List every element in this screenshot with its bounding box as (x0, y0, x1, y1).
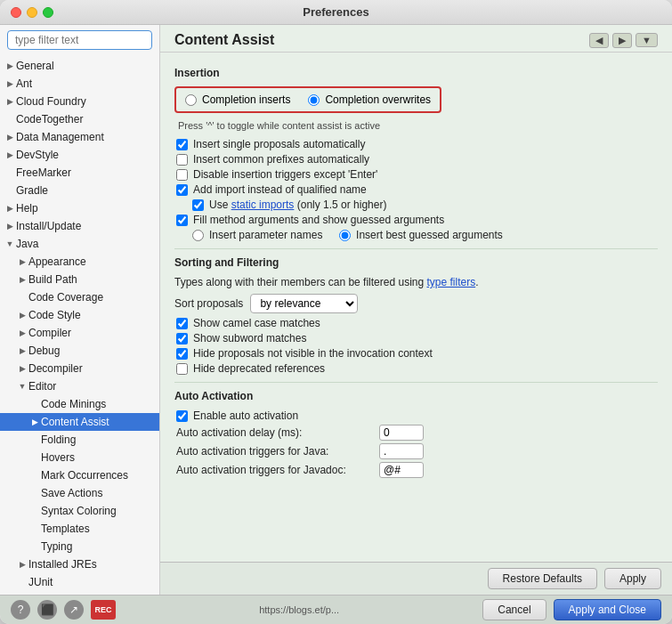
completion-overwrites-radio[interactable] (308, 94, 320, 106)
help-icon[interactable]: ? (11, 600, 30, 620)
hide-deprecated-label: Hide deprecated references (193, 362, 325, 375)
apply-close-button[interactable]: Apply and Close (554, 599, 661, 620)
toggle-hint: Press '^' to toggle while content assist… (174, 120, 658, 131)
checkbox-subword: Show subword matches (174, 332, 658, 344)
back-button[interactable]: ◀ (589, 33, 609, 48)
sidebar-item-editor[interactable]: ▼Editor (0, 377, 159, 395)
tree-arrow-code-style: ▶ (16, 307, 28, 323)
minimize-button[interactable] (27, 7, 37, 18)
sidebar-item-mark-occurrences[interactable]: Mark Occurrences (0, 466, 159, 484)
camel-case-checkbox[interactable] (176, 318, 188, 329)
insert-param-names-radio[interactable] (192, 230, 204, 241)
sidebar: ▶General▶Ant▶Cloud FoundryCodeTogether▶D… (0, 25, 160, 595)
hide-proposals-checkbox[interactable] (176, 348, 188, 360)
checkbox-single-proposals: Insert single proposals automatically (174, 138, 658, 150)
apply-button[interactable]: Apply (604, 568, 661, 589)
tree-label-devstyle: DevStyle (16, 147, 59, 163)
footer-right-buttons: Cancel Apply and Close (482, 599, 661, 620)
sidebar-item-ant[interactable]: ▶Ant (0, 75, 159, 93)
sidebar-item-freemarker[interactable]: FreeMarker (0, 164, 159, 182)
sidebar-item-syntax-coloring[interactable]: Syntax Coloring (0, 502, 159, 520)
sidebar-item-code-minings[interactable]: Code Minings (0, 395, 159, 413)
tree-arrow-decompiler: ▶ (16, 361, 28, 377)
enable-auto-checkbox[interactable] (176, 410, 188, 422)
subword-checkbox[interactable] (176, 333, 188, 344)
tree-arrow-compiler: ▶ (16, 325, 28, 341)
best-guessed-radio[interactable] (339, 230, 351, 241)
sidebar-item-data-management[interactable]: ▶Data Management (0, 128, 159, 146)
export-icon[interactable]: ↗ (64, 600, 84, 620)
type-filter-end: . (475, 276, 478, 288)
tree-label-codetogether: CodeTogether (16, 111, 83, 127)
single-proposals-checkbox[interactable] (176, 139, 188, 150)
auto-triggers-javadoc-input[interactable] (379, 462, 424, 478)
sidebar-item-gradle[interactable]: Gradle (0, 182, 159, 199)
completion-inserts-label: Completion inserts (202, 93, 290, 106)
static-imports-checkbox[interactable] (192, 199, 204, 211)
sidebar-item-junit[interactable]: JUnit (0, 573, 159, 591)
type-filters-link[interactable]: type filters (426, 276, 475, 288)
fill-method-checkbox[interactable] (176, 215, 188, 226)
sidebar-item-folding[interactable]: Folding (0, 431, 159, 449)
sidebar-item-help[interactable]: ▶Help (0, 199, 159, 217)
sidebar-item-compiler[interactable]: ▶Compiler (0, 324, 159, 342)
filter-input[interactable] (7, 30, 152, 50)
tree-label-build-path: Build Path (28, 271, 77, 288)
forward-button[interactable]: ▶ (612, 33, 632, 48)
sidebar-item-content-assist[interactable]: ▶Content Assist (0, 413, 159, 431)
sidebar-item-java[interactable]: ▼Java (0, 235, 159, 253)
sidebar-item-installed-jres[interactable]: ▶Installed JREs (0, 555, 159, 573)
sidebar-item-decompiler[interactable]: ▶Decompiler (0, 360, 159, 377)
checkbox-hide-deprecated: Hide deprecated references (174, 362, 658, 375)
param-radio-group: Insert parameter names Insert best guess… (174, 229, 658, 241)
rec-icon[interactable]: REC (91, 600, 116, 620)
sidebar-item-devstyle[interactable]: ▶DevStyle (0, 146, 159, 164)
static-imports-label: Use static imports (only 1.5 or higher) (209, 199, 386, 211)
close-button[interactable] (11, 7, 21, 18)
auto-triggers-java-label: Auto activation triggers for Java: (176, 445, 372, 458)
sidebar-item-debug[interactable]: ▶Debug (0, 342, 159, 360)
sidebar-item-templates[interactable]: Templates (0, 520, 159, 538)
static-imports-link[interactable]: static imports (231, 199, 295, 211)
tree-label-hovers: Hovers (41, 450, 75, 466)
tree-arrow-help: ▶ (4, 200, 16, 216)
restore-defaults-button[interactable]: Restore Defaults (488, 568, 597, 589)
completion-inserts-radio[interactable] (185, 94, 197, 106)
checkbox-common-prefixes: Insert common prefixes automatically (174, 153, 658, 166)
sidebar-item-general[interactable]: ▶General (0, 57, 159, 75)
sort-select[interactable]: by relevance alphabetically (250, 294, 358, 313)
sidebar-item-codetogether[interactable]: CodeTogether (0, 110, 159, 128)
auto-activation-section-title: Auto Activation (174, 390, 658, 402)
panel-body: Insertion Completion inserts Completion … (160, 53, 672, 562)
tree-label-save-actions: Save Actions (41, 485, 102, 501)
bottom-buttons-row1: Restore Defaults Apply (171, 568, 661, 589)
dropdown-button[interactable]: ▼ (636, 33, 658, 47)
tree-label-editor: Editor (28, 378, 56, 394)
nav-arrows: ◀ ▶ ▼ (589, 33, 658, 48)
sidebar-item-hovers[interactable]: Hovers (0, 449, 159, 466)
sidebar-item-code-coverage[interactable]: Code Coverage (0, 288, 159, 306)
checkbox-fill-method: Fill method arguments and show guessed a… (174, 214, 658, 226)
auto-delay-input[interactable] (379, 425, 424, 441)
maximize-button[interactable] (43, 7, 53, 18)
auto-delay-label: Auto activation delay (ms): (176, 426, 372, 439)
sidebar-item-install-update[interactable]: ▶Install/Update (0, 217, 159, 235)
tree-arrow-editor: ▼ (16, 378, 28, 394)
auto-triggers-java-input[interactable] (379, 443, 424, 459)
sidebar-item-cloud-foundry[interactable]: ▶Cloud Foundry (0, 93, 159, 110)
hide-deprecated-checkbox[interactable] (176, 363, 188, 375)
add-import-checkbox[interactable] (176, 184, 188, 196)
disable-triggers-label: Disable insertion triggers except 'Enter… (193, 168, 377, 181)
sidebar-item-build-path[interactable]: ▶Build Path (0, 271, 159, 288)
sidebar-item-typing[interactable]: Typing (0, 538, 159, 555)
sidebar-item-code-style[interactable]: ▶Code Style (0, 306, 159, 324)
disable-triggers-checkbox[interactable] (176, 169, 188, 181)
cancel-button[interactable]: Cancel (482, 599, 546, 620)
insert-param-names-label: Insert parameter names (209, 229, 322, 241)
sidebar-item-save-actions[interactable]: Save Actions (0, 484, 159, 502)
footer-url: https://blogs.et/p... (259, 604, 339, 615)
common-prefixes-checkbox[interactable] (176, 154, 188, 166)
login-icon[interactable]: ⬛ (37, 600, 57, 620)
sidebar-item-appearance[interactable]: ▶Appearance (0, 253, 159, 271)
checkbox-hide-proposals: Hide proposals not visible in the invoca… (174, 347, 658, 360)
